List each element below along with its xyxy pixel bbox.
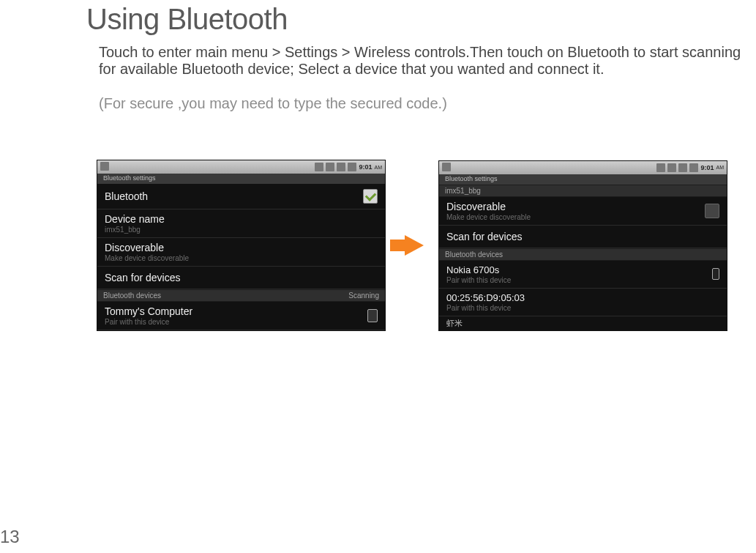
section-bluetooth-devices: Bluetooth devices Scanning xyxy=(97,289,385,302)
status-bar: 9:01 AM xyxy=(97,160,385,174)
battery-icon xyxy=(337,163,345,171)
row-scan[interactable]: Scan for devices xyxy=(439,226,727,248)
status-time: 9:01 xyxy=(700,164,714,171)
status-ampm: AM xyxy=(716,165,725,170)
wifi-icon xyxy=(326,163,334,171)
device-sub: Pair with this device xyxy=(105,318,192,326)
section-label: Bluetooth devices xyxy=(103,292,161,300)
row-label: Device name xyxy=(105,213,165,225)
status-ampm: AM xyxy=(375,165,383,170)
instruction-paragraph: Touch to enter main menu > Settings > Wi… xyxy=(99,44,756,78)
battery-icon xyxy=(678,163,687,172)
manual-page: Using Bluetooth Touch to enter main menu… xyxy=(0,0,756,553)
screen-header: Bluetooth settings xyxy=(97,174,385,184)
note-paragraph: (For secure ,you may need to type the se… xyxy=(99,95,447,112)
section-label: Bluetooth devices xyxy=(445,250,503,259)
device-sub: Pair with this device xyxy=(446,276,511,284)
wifi-icon xyxy=(667,163,676,172)
row-scan[interactable]: Scan for devices xyxy=(97,267,385,289)
arrow-icon xyxy=(405,235,424,256)
computer-icon xyxy=(367,309,378,322)
signal-icon xyxy=(656,163,665,172)
row-label: Scan for devices xyxy=(446,231,523,242)
device-name: 00:25:56:D9:05:03 xyxy=(446,292,525,303)
section-bluetooth-devices: Bluetooth devices xyxy=(439,248,727,261)
row-bluetooth[interactable]: Bluetooth xyxy=(97,184,385,209)
checkbox-icon[interactable] xyxy=(363,189,378,204)
status-bar: 9:01 AM xyxy=(439,161,727,174)
signal-icon xyxy=(315,163,323,171)
row-found-device[interactable]: 00:25:56:D9:05:03 Pair with this device xyxy=(439,289,727,316)
row-device-name[interactable]: Device name imx51_bbg xyxy=(97,209,385,238)
clock-icon xyxy=(348,163,356,171)
row-discoverable[interactable]: Discoverable Make device discoverable xyxy=(439,197,727,226)
row-sublabel: Make device discoverable xyxy=(446,213,531,221)
phone-icon xyxy=(712,268,719,280)
clock-icon xyxy=(689,163,698,172)
row-label: Scan for devices xyxy=(105,272,181,283)
section-status: Scanning xyxy=(348,292,379,300)
row-label: Discoverable xyxy=(105,242,189,253)
row-discoverable[interactable]: Discoverable Make device discoverable xyxy=(97,238,385,267)
row-label: Bluetooth xyxy=(105,190,148,202)
screenshots-row: 9:01 AM Bluetooth settings Bluetooth Dev… xyxy=(97,160,727,331)
device-id: imx51_bbg xyxy=(445,187,481,195)
row-found-device[interactable]: Tommy's Computer Pair with this device xyxy=(97,302,385,330)
checkbox-icon[interactable] xyxy=(705,204,719,218)
device-sub: Pair with this device xyxy=(446,304,525,312)
row-sublabel: Make device discoverable xyxy=(105,254,189,262)
status-icon xyxy=(442,163,451,171)
status-time: 9:01 xyxy=(359,163,372,171)
row-tail: 虾米 xyxy=(439,316,727,330)
row-sublabel: imx51_bbg xyxy=(105,226,165,234)
page-title: Using Bluetooth xyxy=(86,3,288,36)
row-label: Discoverable xyxy=(446,201,531,212)
page-number: 13 xyxy=(0,527,20,547)
device-name: Tommy's Computer xyxy=(105,305,192,317)
screenshot-1: 9:01 AM Bluetooth settings Bluetooth Dev… xyxy=(97,160,386,331)
device-name: Nokia 6700s xyxy=(446,264,511,275)
row-device-id: imx51_bbg xyxy=(439,185,727,197)
status-icon xyxy=(100,162,109,171)
row-found-device[interactable]: Nokia 6700s Pair with this device xyxy=(439,261,727,289)
screenshot-2: 9:01 AM Bluetooth settings imx51_bbg Dis… xyxy=(438,160,727,331)
screen-header: Bluetooth settings xyxy=(439,174,727,185)
